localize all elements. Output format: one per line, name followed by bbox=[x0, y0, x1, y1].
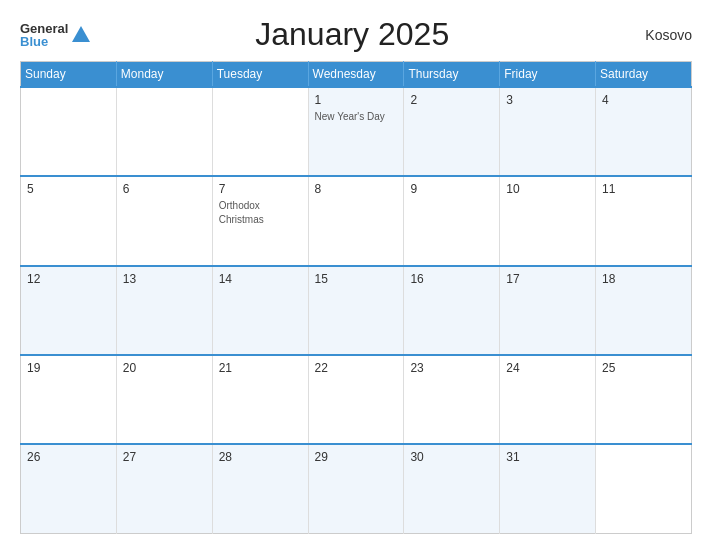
holiday-label: Orthodox Christmas bbox=[219, 200, 264, 225]
day-number: 27 bbox=[123, 450, 206, 464]
day-number: 24 bbox=[506, 361, 589, 375]
calendar-cell bbox=[116, 87, 212, 176]
day-number: 31 bbox=[506, 450, 589, 464]
country-label: Kosovo bbox=[612, 27, 692, 43]
calendar-week-row: 567Orthodox Christmas891011 bbox=[21, 176, 692, 265]
calendar-cell: 20 bbox=[116, 355, 212, 444]
calendar-cell: 21 bbox=[212, 355, 308, 444]
day-number: 19 bbox=[27, 361, 110, 375]
weekday-header: Saturday bbox=[596, 62, 692, 88]
weekday-header: Sunday bbox=[21, 62, 117, 88]
logo-general: General bbox=[20, 22, 68, 35]
calendar-cell: 2 bbox=[404, 87, 500, 176]
day-number: 26 bbox=[27, 450, 110, 464]
day-number: 23 bbox=[410, 361, 493, 375]
calendar-week-row: 12131415161718 bbox=[21, 266, 692, 355]
day-number: 22 bbox=[315, 361, 398, 375]
calendar-cell: 17 bbox=[500, 266, 596, 355]
calendar-cell: 19 bbox=[21, 355, 117, 444]
calendar-week-row: 1New Year's Day234 bbox=[21, 87, 692, 176]
day-number: 30 bbox=[410, 450, 493, 464]
day-number: 16 bbox=[410, 272, 493, 286]
svg-marker-0 bbox=[72, 26, 90, 42]
day-number: 10 bbox=[506, 182, 589, 196]
calendar-cell: 4 bbox=[596, 87, 692, 176]
calendar-cell: 15 bbox=[308, 266, 404, 355]
weekday-header: Monday bbox=[116, 62, 212, 88]
day-number: 28 bbox=[219, 450, 302, 464]
calendar-cell: 29 bbox=[308, 444, 404, 533]
calendar-cell bbox=[21, 87, 117, 176]
calendar-cell: 31 bbox=[500, 444, 596, 533]
day-number: 2 bbox=[410, 93, 493, 107]
calendar-cell: 27 bbox=[116, 444, 212, 533]
day-number: 11 bbox=[602, 182, 685, 196]
calendar-cell: 5 bbox=[21, 176, 117, 265]
calendar-cell: 10 bbox=[500, 176, 596, 265]
day-number: 15 bbox=[315, 272, 398, 286]
calendar-cell: 18 bbox=[596, 266, 692, 355]
day-number: 6 bbox=[123, 182, 206, 196]
logo-icon bbox=[70, 24, 92, 46]
weekday-header: Tuesday bbox=[212, 62, 308, 88]
day-number: 7 bbox=[219, 182, 302, 196]
day-number: 5 bbox=[27, 182, 110, 196]
day-number: 4 bbox=[602, 93, 685, 107]
day-number: 14 bbox=[219, 272, 302, 286]
day-number: 25 bbox=[602, 361, 685, 375]
calendar-cell: 24 bbox=[500, 355, 596, 444]
calendar-table: SundayMondayTuesdayWednesdayThursdayFrid… bbox=[20, 61, 692, 534]
day-number: 18 bbox=[602, 272, 685, 286]
weekday-header: Friday bbox=[500, 62, 596, 88]
calendar-cell: 1New Year's Day bbox=[308, 87, 404, 176]
header: General Blue January 2025 Kosovo bbox=[20, 16, 692, 53]
holiday-label: New Year's Day bbox=[315, 111, 385, 122]
calendar-body: 1New Year's Day234567Orthodox Christmas8… bbox=[21, 87, 692, 534]
day-number: 17 bbox=[506, 272, 589, 286]
day-number: 8 bbox=[315, 182, 398, 196]
calendar-cell: 14 bbox=[212, 266, 308, 355]
calendar-cell: 30 bbox=[404, 444, 500, 533]
page-title: January 2025 bbox=[92, 16, 612, 53]
day-number: 1 bbox=[315, 93, 398, 107]
calendar-cell: 26 bbox=[21, 444, 117, 533]
logo: General Blue bbox=[20, 22, 92, 48]
calendar-cell bbox=[212, 87, 308, 176]
day-number: 9 bbox=[410, 182, 493, 196]
calendar-cell bbox=[596, 444, 692, 533]
calendar-week-row: 19202122232425 bbox=[21, 355, 692, 444]
day-number: 29 bbox=[315, 450, 398, 464]
calendar-cell: 3 bbox=[500, 87, 596, 176]
calendar-cell: 28 bbox=[212, 444, 308, 533]
calendar-cell: 9 bbox=[404, 176, 500, 265]
day-number: 12 bbox=[27, 272, 110, 286]
calendar-week-row: 262728293031 bbox=[21, 444, 692, 533]
page: General Blue January 2025 Kosovo SundayM… bbox=[0, 0, 712, 550]
weekday-header: Thursday bbox=[404, 62, 500, 88]
day-number: 21 bbox=[219, 361, 302, 375]
weekday-row: SundayMondayTuesdayWednesdayThursdayFrid… bbox=[21, 62, 692, 88]
calendar-cell: 22 bbox=[308, 355, 404, 444]
day-number: 3 bbox=[506, 93, 589, 107]
weekday-header: Wednesday bbox=[308, 62, 404, 88]
calendar-cell: 23 bbox=[404, 355, 500, 444]
calendar-cell: 6 bbox=[116, 176, 212, 265]
day-number: 13 bbox=[123, 272, 206, 286]
calendar-cell: 13 bbox=[116, 266, 212, 355]
calendar-cell: 11 bbox=[596, 176, 692, 265]
calendar-cell: 8 bbox=[308, 176, 404, 265]
calendar-header: SundayMondayTuesdayWednesdayThursdayFrid… bbox=[21, 62, 692, 88]
calendar-cell: 16 bbox=[404, 266, 500, 355]
calendar-cell: 7Orthodox Christmas bbox=[212, 176, 308, 265]
calendar-cell: 25 bbox=[596, 355, 692, 444]
day-number: 20 bbox=[123, 361, 206, 375]
calendar-cell: 12 bbox=[21, 266, 117, 355]
logo-blue: Blue bbox=[20, 35, 68, 48]
